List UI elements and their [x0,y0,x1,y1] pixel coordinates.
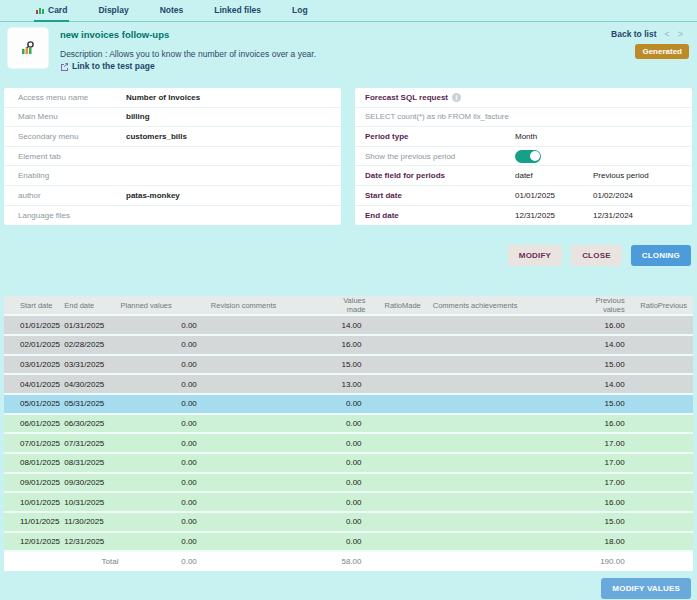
table-cell [366,394,421,414]
field-label: Secondary menu [18,132,126,141]
table-cell: 18.00 [576,532,624,552]
tab-notes-label: Notes [160,5,184,15]
field-start-date: Start date 01/01/2025 01/02/2024 [355,186,692,206]
pagination-prev-icon[interactable]: < [664,29,669,39]
table-cell: 03/31/2025 [60,355,120,375]
table-row: 07/01/202507/31/20250.000.0017.00 [4,433,693,453]
tab-card[interactable]: Card [34,5,69,22]
list-navigation: Back to list < > [611,29,683,39]
table-cell [366,473,421,493]
field-label: Access menu name [18,93,126,102]
table-row: 09/01/202509/30/20250.000.0017.00 [4,473,693,493]
table-cell [421,335,577,355]
table-cell [197,374,324,394]
field-value-previous: 12/31/2024 [593,211,692,220]
table-row: 11/01/202511/30/20250.000.0015.00 [4,512,693,532]
table-cell [197,335,324,355]
table-cell: 16.00 [576,492,624,512]
table-cell: 01/31/2025 [60,315,120,335]
table-cell: 02/01/2025 [4,335,60,355]
table-cell [625,532,693,552]
previous-period-toggle[interactable] [515,150,541,163]
table-cell [197,453,324,473]
forecast-table-wrap: Start dateEnd datePlanned valuesRevision… [4,296,693,571]
column-header[interactable]: Planned values [120,296,196,315]
modify-button[interactable]: MODIFY [508,245,562,266]
table-cell: 0.00 [323,453,365,473]
table-row: 03/01/202503/31/20250.0015.0015.00 [4,355,693,375]
table-cell: 05/31/2025 [60,394,120,414]
table-cell: 0.00 [323,492,365,512]
tab-linked-files[interactable]: Linked files [212,5,263,22]
table-cell: 0.00 [120,453,196,473]
field-label: Element tab [18,152,126,161]
total-planned-values: 0.00 [120,551,196,571]
table-cell [625,335,693,355]
table-cell [197,315,324,335]
table-cell: 0.00 [120,374,196,394]
table-cell [197,512,324,532]
forecast-table-body: 01/01/202501/31/20250.0014.0016.0002/01/… [4,315,693,551]
tab-notes[interactable]: Notes [158,5,186,22]
table-cell: 14.00 [576,335,624,355]
status-badge: Generated [635,44,689,59]
table-cell: 0.00 [120,335,196,355]
field-label: Show the previous period [365,152,515,161]
table-cell [625,355,693,375]
table-cell: 06/30/2025 [60,414,120,434]
table-cell [366,512,421,532]
column-header[interactable]: Comments achievements [421,296,577,315]
field-label: author [18,191,126,200]
column-header[interactable]: End date [60,296,120,315]
field-sql-request-value: SELECT count(*) as nb FROM llx_facture [355,108,692,128]
column-header[interactable]: Start date [4,296,60,315]
table-cell [421,532,577,552]
table-cell: 09/01/2025 [4,473,60,493]
card-tab-icon [36,6,44,14]
column-header[interactable]: RatioMade [366,296,421,315]
field-label: Period type [365,132,515,141]
table-cell [625,473,693,493]
field-end-date: End date 12/31/2025 12/31/2024 [355,206,692,226]
module-icon-card [8,28,48,68]
field-label: End date [365,211,515,220]
tab-display[interactable]: Display [96,5,130,22]
table-cell [366,532,421,552]
table-cell [625,374,693,394]
back-to-list-link[interactable]: Back to list [611,29,656,39]
info-icon[interactable]: i [452,93,461,102]
table-cell [366,433,421,453]
table-cell: 11/30/2025 [60,512,120,532]
link-to-test-page[interactable]: Link to the test page [60,61,689,71]
external-link-icon [60,62,69,71]
column-header[interactable]: Previous values [576,296,624,315]
pagination-next-icon[interactable]: > [678,29,683,39]
modify-values-button[interactable]: MODIFY VALUES [601,578,691,599]
table-cell: 01/01/2025 [4,315,60,335]
total-previous-values: 190.00 [576,551,624,571]
tab-log[interactable]: Log [290,5,310,22]
field-language-files: Language files [4,206,341,226]
field-label: Date field for periods [365,171,515,180]
description-text: Description : Allows you to know the num… [60,49,689,59]
table-cell [625,492,693,512]
column-header[interactable]: Revision comments [197,296,324,315]
cloning-button[interactable]: CLONING [631,245,691,266]
table-cell [366,492,421,512]
total-values-made: 58.00 [323,551,365,571]
table-cell [421,414,577,434]
table-row: 04/01/202504/30/20250.0013.0014.00 [4,374,693,394]
table-row: 02/01/202502/28/20250.0016.0014.00 [4,335,693,355]
tab-card-label: Card [48,5,67,15]
table-cell: 13.00 [323,374,365,394]
table-cell: 04/01/2025 [4,374,60,394]
table-cell [366,453,421,473]
close-button[interactable]: CLOSE [571,245,622,266]
link-to-test-page-label: Link to the test page [72,61,155,71]
column-header[interactable]: RatioPrevious [625,296,693,315]
sql-request-label: Forecast SQL request [365,93,448,102]
table-cell: 06/01/2025 [4,414,60,434]
column-header[interactable]: Values made [323,296,365,315]
table-cell: 07/01/2025 [4,433,60,453]
table-cell [366,355,421,375]
